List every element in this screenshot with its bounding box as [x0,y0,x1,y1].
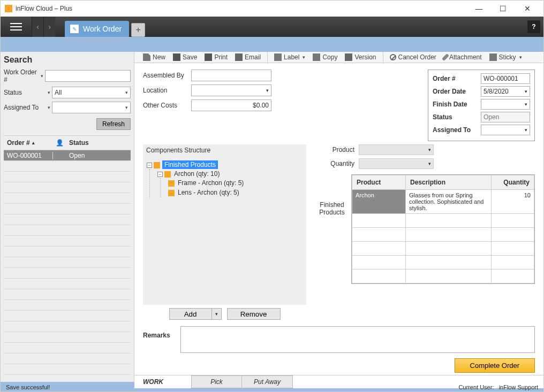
sticky-button[interactable]: Sticky▾ [486,52,525,62]
copy-button[interactable]: Copy [309,52,341,62]
tree-node-frame[interactable]: Frame - Archon (qty: 5) [168,178,303,188]
product-combo[interactable]: ▾ [359,144,434,155]
save-icon [173,53,180,61]
assigned-combo[interactable]: ▾ [52,102,131,113]
label-icon [274,53,282,61]
menu-button[interactable] [1,17,32,37]
window-close-button[interactable]: ✕ [515,1,539,17]
assembled-by-input[interactable] [191,70,271,81]
topbar: ‹ › ✎ Work Order + ? [1,17,543,37]
quantity-label: Quantity [327,160,359,167]
save-button[interactable]: Save [170,52,200,62]
work-order-icon: ✎ [70,25,79,33]
assigned-to-label: Assigned To [4,104,46,111]
col-description[interactable]: Description [406,175,492,190]
table-row[interactable] [352,256,534,270]
nav-forward-button[interactable]: › [43,17,55,37]
status-filter-menu[interactable]: ▾ [46,90,52,95]
result-order: WO-000001 [4,152,53,159]
col-product[interactable]: Product [352,175,406,190]
col-order-label[interactable]: Order # [7,139,30,147]
person-icon[interactable]: 👤 [56,139,64,147]
box-icon [168,190,175,196]
chevron-down-icon: ▾ [266,88,269,93]
remove-button[interactable]: Remove [227,308,281,320]
col-status-label[interactable]: Status [66,139,131,147]
tab-put-away[interactable]: Put Away [242,375,293,388]
finished-products-label: Finished Products [316,174,348,216]
help-button[interactable]: ? [527,20,540,33]
chevron-down-icon: ▾ [525,89,527,94]
quantity-combo[interactable]: ▾ [359,158,434,169]
order-date-picker[interactable]: 5/8/2020▾ [481,86,530,97]
results-list[interactable]: WO-000001 Open [4,150,131,382]
mail-icon [235,53,243,61]
chevron-down-icon: ▾ [525,127,527,133]
order-assigned-combo[interactable]: ▾ [481,125,530,135]
sticky-icon [489,53,497,61]
tab-pick[interactable]: Pick [191,375,242,388]
result-row[interactable]: WO-000001 Open [4,150,131,161]
table-row[interactable] [352,214,534,228]
app-icon [5,5,12,12]
refresh-button[interactable]: Refresh [96,118,131,130]
complete-order-button[interactable]: Complete Order [455,358,535,373]
location-label: Location [143,87,191,94]
attachment-button[interactable]: Attachment [441,52,485,62]
finish-date-label: Finish Date [433,101,481,108]
print-icon [205,53,212,61]
print-button[interactable]: Print [201,52,231,62]
label-button[interactable]: Label▾ [271,52,308,62]
location-combo[interactable]: ▾ [191,84,271,96]
attachment-icon [442,53,449,61]
results-header: Order # ▴ 👤 Status [4,135,131,150]
box-icon [154,162,160,168]
work-order-input[interactable] [45,70,131,82]
tree-collapse-icon[interactable]: − [147,163,152,168]
chevron-down-icon: ▾ [125,105,128,110]
window-minimize-button[interactable]: — [467,1,491,17]
box-icon [164,171,171,178]
assigned-filter-menu[interactable]: ▾ [46,105,52,110]
order-date-label: Order Date [433,88,481,95]
chevron-down-icon: ▾ [519,55,522,60]
table-row[interactable] [352,270,534,283]
other-costs-label: Other Costs [143,102,191,109]
version-button[interactable]: Version [342,52,379,62]
search-heading: Search [4,55,131,65]
nav-back-button[interactable]: ‹ [32,17,43,37]
table-row[interactable]: Archon Glasses from our Spring collectio… [352,190,534,214]
other-costs-input[interactable]: $0.00 [191,99,271,111]
result-status: Open [66,152,131,159]
work-order-filter-menu[interactable]: ▾ [40,73,45,79]
status-combo-value: All [55,89,62,96]
tree-collapse-icon[interactable]: − [157,172,163,177]
tab-work-order[interactable]: ✎ Work Order [65,21,129,37]
cell-product: Archon [352,190,406,214]
tree-node-lens[interactable]: Lens - Archon (qty: 5) [168,188,303,197]
add-split-button[interactable]: ▾ [212,308,222,320]
titlebar: inFlow Cloud – Plus — ☐ ✕ [1,1,543,17]
finished-products-table[interactable]: Product Description Quantity Archon Glas… [351,174,535,284]
status-combo[interactable]: All ▾ [52,87,131,98]
email-button[interactable]: Email [232,52,264,62]
new-button[interactable]: New [140,52,169,62]
document-toolbar: New Save Print Email Label▾ Copy Version… [134,52,543,63]
col-quantity[interactable]: Quantity [492,175,534,190]
product-label: Product [327,146,359,153]
components-title: Components Structure [143,144,306,156]
new-tab-button[interactable]: + [131,23,145,37]
remarks-input[interactable] [180,326,535,353]
finish-date-picker[interactable]: ▾ [481,99,530,110]
components-tree[interactable]: −Finished Products −Archon (qty: 10) Fra… [143,156,306,305]
cancel-order-button[interactable]: Cancel Order [387,52,440,62]
table-row[interactable] [352,242,534,256]
table-row[interactable] [352,228,534,242]
window-title: inFlow Cloud – Plus [16,5,72,12]
chevron-down-icon: ▾ [428,161,431,166]
tree-node-finished-products[interactable]: −Finished Products −Archon (qty: 10) Fra… [147,160,303,198]
tree-node-archon[interactable]: −Archon (qty: 10) Frame - Archon (qty: 5… [157,169,303,198]
order-no-value[interactable]: WO-000001 [481,73,530,84]
add-button[interactable]: Add [169,308,212,320]
window-maximize-button[interactable]: ☐ [491,1,515,17]
